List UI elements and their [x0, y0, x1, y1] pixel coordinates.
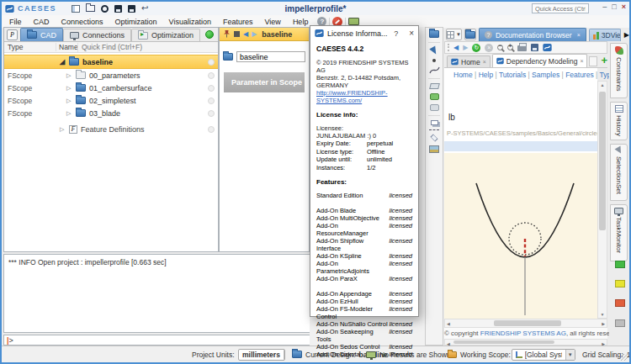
tab-documentation-browser[interactable]: ? Documentation Browser ×	[479, 28, 586, 41]
dialog-help-button[interactable]: ?	[394, 29, 398, 38]
close-icon[interactable]: ×	[577, 32, 581, 38]
nav-link[interactable]: Samples	[526, 71, 559, 79]
nav-link[interactable]: Help	[473, 71, 493, 79]
zoom-out-icon[interactable]: −	[497, 45, 503, 50]
pin-icon[interactable]	[223, 29, 231, 39]
undo-icon[interactable]: ↩	[141, 4, 148, 13]
tab-constraints[interactable]: Constraints	[610, 43, 628, 98]
patch-tool-icon[interactable]	[430, 93, 439, 100]
scope-name-input[interactable]	[236, 51, 305, 62]
forward-icon[interactable]: ▶	[252, 30, 257, 38]
tab-taskmonitor[interactable]: TaskMonitor	[610, 204, 628, 261]
tree-row[interactable]: FScope 03_blade	[4, 107, 218, 119]
zoom-in-icon[interactable]: +	[507, 45, 513, 50]
expander-icon[interactable]	[66, 85, 74, 92]
tab-3dview[interactable]: 3DView	[589, 29, 621, 41]
caeses-home-icon[interactable]	[543, 43, 552, 52]
column-name[interactable]: Name	[56, 43, 77, 51]
console-output[interactable]: *** INFO Open project : impellerprofile …	[3, 254, 313, 333]
row-indicator-icon[interactable]	[208, 85, 215, 92]
close-icon[interactable]: ×	[580, 58, 583, 64]
browser-forward-icon[interactable]: ▶	[463, 44, 468, 51]
browse-folder-button[interactable]	[464, 29, 476, 40]
company-link[interactable]: http://www.FRIENDSHIP-SYSTEMS.com/	[316, 89, 412, 104]
menu-item[interactable]: Features	[217, 18, 259, 26]
parameter-in-scope-header[interactable]: Parameter in Scope	[224, 72, 305, 92]
menu-item[interactable]: Optimization	[109, 18, 163, 26]
doc-tab[interactable]: Home ×	[447, 55, 490, 67]
row-indicator-icon[interactable]	[208, 126, 215, 133]
left-panel-tab[interactable]: CAD	[20, 28, 63, 41]
column-type[interactable]: Type	[4, 43, 56, 51]
scrollbar-thumb[interactable]	[453, 340, 554, 344]
expander-icon[interactable]	[66, 110, 74, 117]
save-page-icon[interactable]	[531, 44, 538, 51]
quick-find-input[interactable]	[77, 43, 218, 52]
save-as-icon[interactable]	[128, 5, 135, 13]
open-project-icon[interactable]	[86, 5, 95, 12]
stop-loading-icon[interactable]: ×	[485, 44, 493, 52]
refresh-icon[interactable]: ↻	[472, 44, 480, 52]
minimize-button[interactable]: –	[602, 3, 607, 11]
nav-link[interactable]: Tutorials	[493, 71, 526, 79]
dialog-close-icon[interactable]: ×	[409, 29, 414, 38]
scroll-right-icon[interactable]: ▶	[602, 321, 605, 326]
surface-tool-icon[interactable]	[429, 83, 440, 89]
image-tool-icon[interactable]	[429, 145, 439, 153]
select-cursor-icon[interactable]	[429, 46, 438, 56]
back-icon[interactable]: ◀	[243, 30, 248, 38]
menu-item[interactable]: File	[3, 18, 28, 26]
scrollbar-thumb[interactable]	[494, 320, 561, 326]
toggle-panel-icon[interactable]	[72, 5, 80, 13]
menu-item[interactable]: Connections	[56, 18, 109, 26]
offset-tool-icon[interactable]	[431, 120, 438, 125]
row-indicator-icon[interactable]	[208, 72, 215, 79]
expander-icon[interactable]	[66, 98, 74, 104]
stop-icon[interactable]	[234, 31, 240, 37]
scroll-up-icon[interactable]: ▲	[598, 82, 607, 87]
expander-icon[interactable]	[66, 72, 74, 79]
row-indicator-icon[interactable]	[208, 59, 215, 66]
expander-icon[interactable]	[60, 126, 67, 133]
tab-history[interactable]: History	[610, 102, 628, 140]
close-icon[interactable]: ×	[483, 59, 486, 65]
p-button[interactable]: P	[7, 29, 18, 40]
solid-tool-icon[interactable]	[430, 104, 439, 111]
expander-icon[interactable]	[60, 58, 67, 66]
doc-vertical-scrollbar[interactable]: ▲ ▼	[597, 81, 607, 319]
tab-overflow-icon[interactable]: ▶	[624, 31, 629, 39]
drag-handle[interactable]	[448, 44, 449, 51]
left-panel-tab[interactable]: Connections	[63, 29, 131, 41]
tab-selectionset[interactable]: SelectionSet	[610, 144, 628, 201]
nav-link[interactable]: Home	[453, 71, 473, 79]
row-indicator-icon[interactable]	[208, 98, 215, 104]
doc-tab[interactable]: Dependency Modeling ×	[492, 54, 588, 67]
construction-line-icon[interactable]	[429, 129, 439, 130]
row-indicator-icon[interactable]	[208, 110, 215, 117]
menu-item[interactable]: CAD	[28, 18, 56, 26]
add-tab-button[interactable]: +	[601, 55, 607, 66]
doc-content[interactable]: lb P-SYSTEMS/CAESES/samples/Basics/Gener…	[444, 81, 597, 319]
menu-item[interactable]: Help	[287, 18, 315, 26]
resize-grip[interactable]	[621, 354, 628, 361]
nav-link[interactable]: Features	[559, 71, 593, 79]
tree-row[interactable]: FScope 02_simpletest	[4, 94, 218, 107]
close-window-button[interactable]: ×	[622, 3, 626, 11]
doc-horizontal-scrollbar[interactable]: ◀ ▶	[444, 319, 607, 328]
screen-capture-icon[interactable]	[348, 18, 359, 25]
scrollbar-thumb[interactable]	[599, 92, 606, 230]
sample-file-path[interactable]: P-SYSTEMS/CAESES/samples/Basics/General/…	[447, 129, 597, 137]
tree-row[interactable]: FScope 01_cambersurface	[4, 82, 218, 94]
project-units-select[interactable]: millimeters▼	[238, 346, 285, 362]
settings-icon[interactable]	[101, 5, 109, 13]
layout-grid-button[interactable]: ▼	[446, 29, 462, 40]
scroll-left-icon[interactable]: ◀	[447, 321, 450, 326]
plane-tool-icon[interactable]	[430, 134, 437, 141]
menu-item[interactable]: Visualization	[163, 18, 217, 26]
coordinate-system-select[interactable]: [Global System▼	[512, 346, 575, 362]
tree-row[interactable]: FScope 00_parameters	[4, 69, 218, 82]
print-icon[interactable]	[517, 45, 527, 51]
quick-access-input[interactable]	[532, 3, 589, 13]
friendship-systems-link[interactable]: FRIENDSHIP SYSTEMS AG	[480, 330, 566, 337]
point-tool-icon[interactable]	[432, 59, 436, 62]
